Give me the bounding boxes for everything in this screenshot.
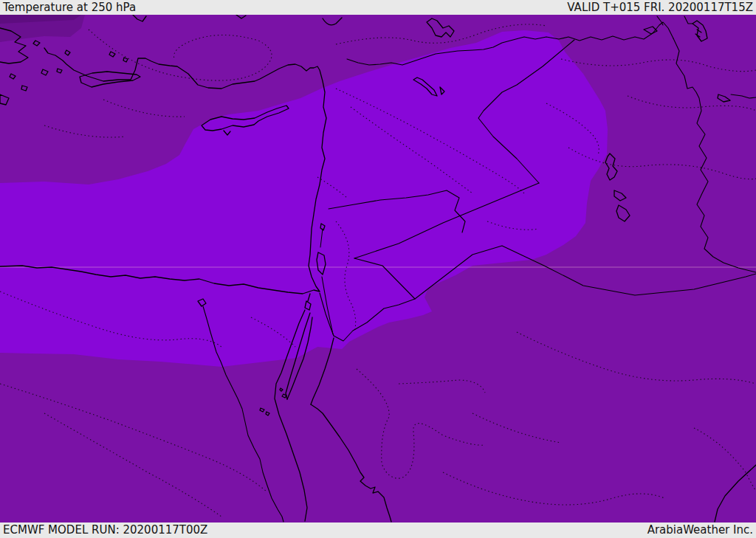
- weather-map: [0, 15, 756, 523]
- model-run-label: ECMWF MODEL RUN: 20200117T00Z: [3, 525, 207, 536]
- map-title: Temperature at 250 hPa: [3, 2, 136, 13]
- weather-app-window: { "header": { "title": "Temperature at 2…: [0, 0, 756, 538]
- valid-time-label: VALID T+015 FRI. 20200117T15Z: [567, 2, 753, 13]
- map-canvas: [0, 15, 756, 523]
- footer-bar: ECMWF MODEL RUN: 20200117T00Z ArabiaWeat…: [0, 523, 756, 538]
- brand-label: ArabiaWeather Inc.: [647, 525, 753, 536]
- header-bar: Temperature at 250 hPa VALID T+015 FRI. …: [0, 0, 756, 15]
